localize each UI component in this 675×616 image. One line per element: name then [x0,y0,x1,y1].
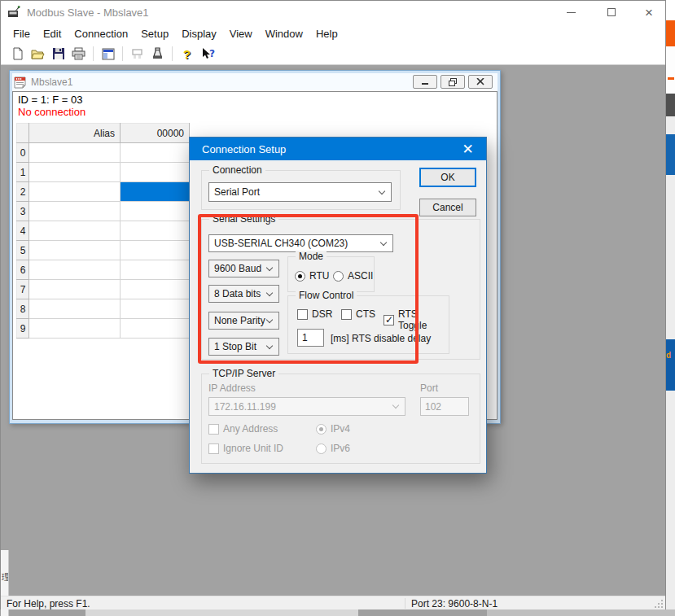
ok-button[interactable]: OK [419,168,476,187]
serial-port-combobox[interactable]: USB-SERIAL CH340 (COM23) [208,234,393,252]
row-header[interactable]: 9 [17,319,29,339]
grid-value-header[interactable]: 00000 [121,124,190,143]
grid-cell[interactable] [121,241,190,260]
rts-toggle-checkbox-option[interactable]: RTS Toggle [384,308,449,331]
cancel-button[interactable]: Cancel [419,199,476,216]
title-bar[interactable]: Modbus Slave - Mbslave1 × [1,1,665,24]
row-header[interactable]: 8 [17,299,29,319]
connection-type-combobox[interactable]: Serial Port [208,182,392,202]
menu-view[interactable]: View [223,25,259,42]
chevron-down-icon [266,290,273,296]
rts-delay-input[interactable]: 1 [297,329,324,347]
grid-cell[interactable] [29,319,121,339]
display-setup-button[interactable] [98,44,118,63]
child-close-button[interactable] [468,75,493,89]
poll-definition-button[interactable] [147,44,168,63]
ascii-radio-option[interactable]: ASCII [333,270,373,282]
grid-cell[interactable] [29,202,121,221]
child-minimize-button[interactable] [413,75,437,89]
grid-cell[interactable] [29,299,121,319]
rts-toggle-checkbox[interactable] [384,315,394,325]
close-button[interactable]: × [635,1,663,24]
data-bits-combobox[interactable]: 8 Data bits [208,285,279,303]
any-address-checkbox-option[interactable]: Any Address [208,423,278,435]
grid-alias-header[interactable]: Alias [29,124,121,143]
row-header[interactable]: 7 [17,280,29,299]
ipv4-radio-icon[interactable] [316,424,327,435]
grid-cell[interactable] [29,143,121,163]
grid-cell[interactable] [121,280,190,299]
parity-combobox[interactable]: None Parity [208,312,279,330]
save-button[interactable] [48,44,68,63]
grid-cell[interactable] [121,299,190,319]
ip-address-combobox[interactable]: 172.16.11.199 [208,397,405,416]
traffic-button-disabled[interactable] [127,44,147,63]
taskbar-sliver [0,609,675,616]
ipv6-radio-icon[interactable] [316,443,327,454]
grid-cell[interactable] [29,260,121,280]
print-button[interactable] [68,44,89,63]
stop-bits-combobox[interactable]: 1 Stop Bit [208,338,279,356]
dsr-checkbox-option[interactable]: DSR [297,308,332,320]
grid-row: 5 [17,241,190,260]
grid-row: 6 [17,260,190,280]
child-restore-button[interactable] [441,75,465,89]
grid-cell[interactable] [121,260,190,280]
grid-cell[interactable] [29,280,121,299]
grid-cell[interactable] [29,221,121,241]
ascii-radio-icon[interactable] [333,271,344,282]
row-header[interactable]: 4 [17,221,29,241]
ipv6-radio-option[interactable]: IPv6 [316,443,350,454]
strip-block [666,46,675,94]
row-header[interactable]: 6 [17,260,29,280]
grid-cell[interactable] [121,319,190,339]
row-header[interactable]: 5 [17,241,29,260]
cts-checkbox[interactable] [341,309,352,320]
connection-groupbox: Connection Serial Port [201,170,401,210]
chevron-down-icon [380,239,387,246]
grid-cell[interactable] [121,163,190,182]
ignore-unit-id-checkbox[interactable] [208,443,219,454]
menu-connection[interactable]: Connection [68,25,134,42]
maximize-button[interactable] [598,1,625,24]
child-restore-icon [449,78,457,86]
dialog-title-bar[interactable]: Connection Setup ✕ [190,138,486,160]
ipv4-radio-option[interactable]: IPv4 [316,423,350,435]
row-header[interactable]: 3 [17,202,29,221]
cts-checkbox-option[interactable]: CTS [341,308,375,320]
child-title-bar[interactable]: Mbslave1 [12,73,497,91]
menu-window[interactable]: Window [259,25,309,42]
baud-rate-combobox[interactable]: 9600 Baud [208,260,279,277]
menu-display[interactable]: Display [175,25,223,42]
menu-help[interactable]: Help [309,25,344,42]
row-header[interactable]: 0 [17,143,29,163]
row-header[interactable]: 2 [17,182,29,202]
grid-cell[interactable] [29,241,121,260]
resize-grip[interactable] [655,600,663,608]
any-address-checkbox[interactable] [208,424,219,435]
grid-cell[interactable] [121,143,190,163]
dialog-close-button[interactable]: ✕ [449,138,486,160]
menu-setup[interactable]: Setup [134,25,175,42]
grid-cell[interactable] [29,163,121,182]
grid-corner-header[interactable] [17,124,29,143]
ip-address-value: 172.16.11.199 [214,401,276,413]
open-file-button[interactable] [28,44,48,63]
menu-file[interactable]: File [7,25,37,42]
grid-cell[interactable] [29,182,121,202]
ignore-unit-id-checkbox-option[interactable]: Ignore Unit ID [208,443,283,454]
grid-cell[interactable] [121,202,190,221]
grid-cell-selected[interactable] [121,182,190,202]
help-button[interactable]: ? [177,44,197,63]
row-header[interactable]: 1 [17,163,29,182]
open-file-icon [31,47,45,60]
grid-cell[interactable] [121,221,190,241]
rtu-radio-option[interactable]: RTU [295,270,329,282]
port-input[interactable]: 102 [420,397,469,416]
dsr-checkbox[interactable] [297,309,308,320]
minimize-button[interactable] [557,1,585,24]
rtu-radio-icon[interactable] [295,271,305,282]
context-help-button[interactable]: ? [197,44,217,63]
new-file-button[interactable] [7,44,28,63]
menu-edit[interactable]: Edit [37,25,68,42]
